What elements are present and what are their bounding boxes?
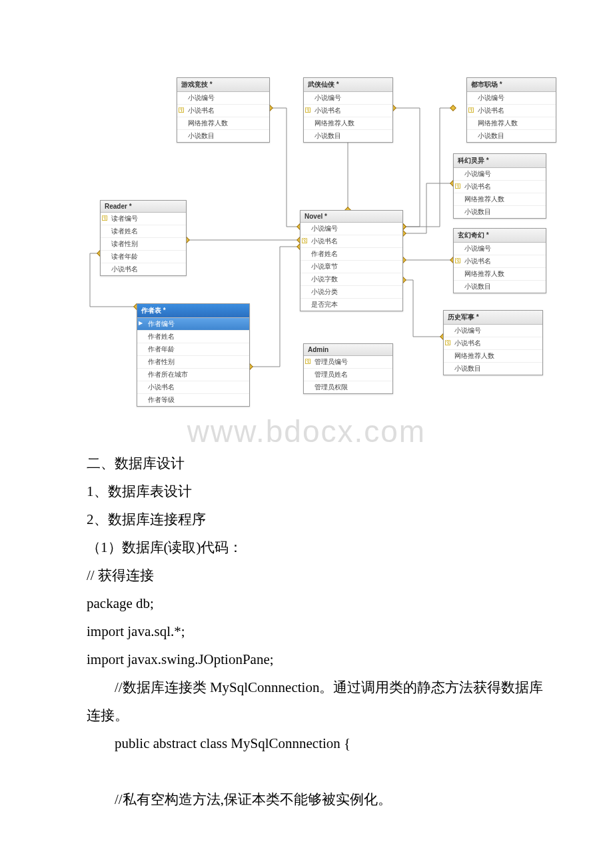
column-label: 网络推荐人数	[454, 351, 494, 361]
table-row[interactable]: 网络推荐人数	[444, 350, 542, 363]
table-row[interactable]: 网络推荐人数	[177, 117, 269, 130]
table-row[interactable]: 小说书名	[467, 105, 556, 117]
table-row[interactable]: 小说书名	[444, 337, 542, 350]
column-label: 作者等级	[148, 395, 175, 405]
table-row[interactable]: 小说编号	[454, 243, 546, 255]
table-row[interactable]: 小说数目	[304, 130, 392, 142]
table-row[interactable]: 小说字数	[301, 273, 402, 286]
table-row[interactable]: 读者编号	[101, 213, 186, 225]
column-label: 小说编号	[314, 93, 341, 103]
table-row[interactable]: 小说数目	[454, 206, 546, 218]
table-lishi[interactable]: 历史军事 *小说编号小说书名网络推荐人数小说数目	[443, 310, 543, 375]
column-label: 小说数目	[188, 131, 215, 141]
blank-icon	[139, 371, 147, 378]
column-label: 小说编号	[188, 93, 215, 103]
blank-icon	[302, 276, 310, 283]
blank-icon	[139, 333, 147, 340]
blank-icon	[455, 283, 463, 290]
table-zuozhe[interactable]: 作者表 *作者编号作者姓名作者年龄作者性别作者所在城市小说书名作者等级	[137, 303, 250, 407]
table-row[interactable]: 小说书名	[137, 381, 249, 394]
blank-icon	[455, 271, 463, 277]
column-label: 小说编号	[478, 93, 504, 103]
table-admin[interactable]: Admin管理员编号管理员姓名管理员权限	[303, 343, 393, 394]
table-row[interactable]: 是否完本	[301, 299, 402, 311]
table-row[interactable]: 管理员编号	[304, 356, 392, 369]
column-label: 小说数目	[314, 131, 341, 141]
column-label: 小说数目	[464, 207, 491, 217]
er-diagram: 游戏竞技 *小说编号小说书名网络推荐人数小说数目武侠仙侠 *小说编号小说书名网络…	[80, 40, 586, 420]
table-row[interactable]: 小说数目	[467, 130, 556, 142]
table-row[interactable]: 小说数目	[177, 130, 269, 142]
table-row[interactable]: 小说编号	[177, 92, 269, 105]
table-row[interactable]: 管理员权限	[304, 381, 392, 393]
key-icon	[302, 238, 310, 245]
table-row[interactable]: 小说书名	[177, 105, 269, 117]
table-wuxia[interactable]: 武侠仙侠 *小说编号小说书名网络推荐人数小说数目	[303, 77, 393, 143]
table-kehuan[interactable]: 科幻灵异 *小说编号小说书名网络推荐人数小说数目	[453, 153, 546, 219]
table-row[interactable]: 作者所在城市	[137, 369, 249, 381]
table-row[interactable]: 小说书名	[101, 263, 186, 275]
table-row[interactable]: 小说编号	[304, 92, 392, 105]
table-reader[interactable]: Reader *读者编号读者姓名读者性别读者年龄小说书名	[100, 200, 187, 276]
table-row[interactable]: 小说编号	[454, 168, 546, 181]
column-label: 作者姓名	[311, 249, 338, 259]
table-row[interactable]: 小说编号	[444, 325, 542, 337]
table-dushi[interactable]: 都市职场 *小说编号小说书名网络推荐人数小说数目	[466, 77, 556, 143]
table-header: 玄幻奇幻 *	[454, 229, 546, 243]
table-row[interactable]: 读者年龄	[101, 251, 186, 263]
table-row[interactable]: 网络推荐人数	[467, 117, 556, 130]
line-read-code: （1）数据库(读取)代码：	[87, 533, 546, 561]
table-row[interactable]: 作者年龄	[137, 343, 249, 356]
table-row[interactable]: 作者姓名	[137, 331, 249, 343]
table-row[interactable]: 读者性别	[101, 238, 186, 251]
table-row[interactable]: 作者等级	[137, 394, 249, 406]
table-row[interactable]: 小说书名	[454, 255, 546, 268]
column-label: 网络推荐人数	[464, 269, 504, 279]
key-icon	[139, 321, 147, 327]
blank-icon	[445, 327, 453, 334]
line-import-swing: import javax.swing.JOptionPane;	[87, 645, 546, 673]
blank-icon	[302, 289, 310, 295]
table-row[interactable]: 小说数目	[444, 363, 542, 375]
blank-icon	[139, 384, 147, 391]
key-icon	[445, 340, 453, 347]
table-row[interactable]: 小说书名	[304, 105, 392, 117]
column-label: 小说编号	[311, 224, 338, 233]
line-import-sql: import java.sql.*;	[87, 617, 546, 645]
blank-icon	[468, 95, 476, 101]
table-row[interactable]: 小说书名	[301, 235, 402, 248]
table-row[interactable]: 管理员姓名	[304, 369, 392, 381]
table-row[interactable]: 小说编号	[467, 92, 556, 105]
column-label: 管理员编号	[314, 357, 348, 367]
table-xuanhuan[interactable]: 玄幻奇幻 *小说编号小说书名网络推荐人数小说数目	[453, 228, 546, 293]
svg-rect-6	[450, 105, 456, 111]
table-novel[interactable]: Novel *小说编号小说书名作者姓名小说章节小说字数小说分类是否完本	[300, 210, 403, 311]
table-row[interactable]: 作者性别	[137, 356, 249, 369]
line-ctor-comment: //私有空构造方法,保证本类不能够被实例化。	[87, 785, 546, 813]
column-label: 小说书名	[464, 182, 491, 191]
table-row[interactable]: 小说数目	[454, 281, 546, 293]
table-row[interactable]: 小说书名	[454, 181, 546, 193]
table-row[interactable]: 作者编号	[137, 318, 249, 331]
table-row[interactable]: 网络推荐人数	[454, 268, 546, 281]
column-label: 作者姓名	[148, 332, 175, 341]
table-row[interactable]: 读者姓名	[101, 225, 186, 238]
table-header: Admin	[304, 344, 392, 356]
column-label: 读者年龄	[111, 252, 138, 261]
table-row[interactable]: 小说章节	[301, 261, 402, 273]
table-row[interactable]: 网络推荐人数	[304, 117, 392, 130]
table-youxi[interactable]: 游戏竞技 *小说编号小说书名网络推荐人数小说数目	[177, 77, 270, 143]
column-label: 小说字数	[311, 275, 338, 284]
table-row[interactable]: 作者姓名	[301, 248, 402, 261]
blank-icon	[455, 209, 463, 215]
blank-icon	[455, 245, 463, 252]
table-row[interactable]: 小说分类	[301, 286, 402, 299]
blank-icon	[455, 196, 463, 203]
table-row[interactable]: 小说编号	[301, 223, 402, 235]
table-row[interactable]: 网络推荐人数	[454, 193, 546, 206]
column-label: 读者性别	[111, 239, 138, 249]
column-label: 作者编号	[148, 319, 175, 329]
blank-icon	[445, 365, 453, 372]
blank-icon	[179, 95, 187, 101]
table-header: 都市职场 *	[467, 78, 556, 92]
